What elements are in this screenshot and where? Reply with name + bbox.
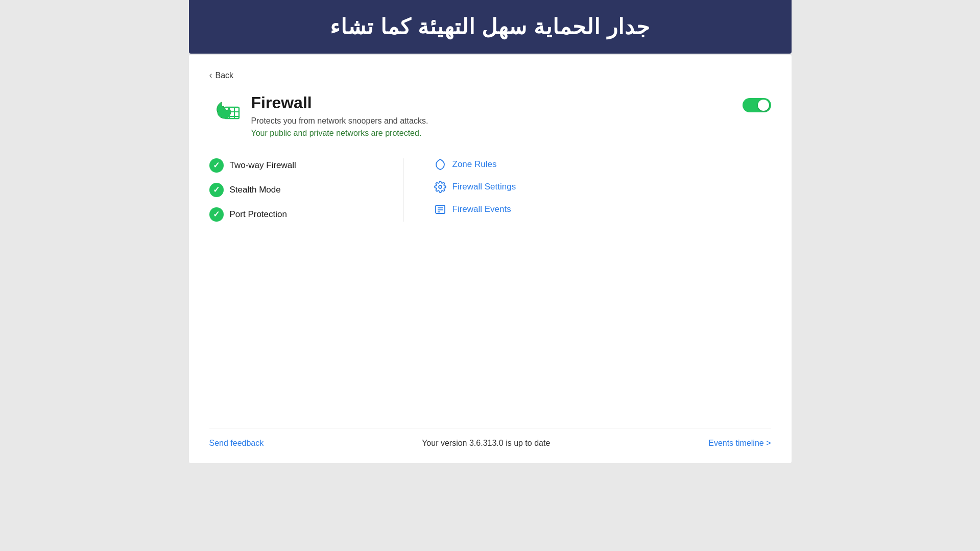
toggle-knob — [758, 100, 769, 111]
list-item: ✓ Port Protection — [209, 207, 372, 222]
check-circle-icon: ✓ — [209, 183, 224, 197]
firewall-status: Your public and private networks are pro… — [251, 129, 428, 138]
header-section: Firewall Protects you from network snoop… — [209, 93, 771, 138]
firewall-events-link[interactable]: Firewall Events — [434, 203, 516, 215]
banner-title: جدار الحماية سهل التهيئة كما تشاء — [199, 14, 781, 39]
firewall-toggle[interactable] — [743, 98, 771, 112]
back-button[interactable]: ‹ Back — [209, 70, 771, 81]
features-list: ✓ Two-way Firewall ✓ Stealth Mode ✓ Port… — [209, 158, 403, 222]
svg-point-5 — [439, 185, 442, 188]
firewall-icon — [209, 93, 242, 126]
events-timeline-link[interactable]: Events timeline > — [708, 439, 771, 448]
feature-label: Stealth Mode — [230, 185, 281, 195]
footer-bar: Send feedback Your version 3.6.313.0 is … — [209, 428, 771, 448]
zone-rules-link[interactable]: Zone Rules — [434, 158, 516, 171]
back-label: Back — [216, 71, 234, 80]
firewall-settings-label: Firewall Settings — [452, 182, 516, 192]
feature-label: Two-way Firewall — [230, 160, 296, 171]
header-text: Firewall Protects you from network snoop… — [251, 93, 428, 138]
version-text: Your version 3.6.313.0 is up to date — [422, 439, 550, 448]
firewall-title: Firewall — [251, 93, 428, 112]
back-chevron-icon: ‹ — [209, 70, 212, 81]
firewall-events-label: Firewall Events — [452, 204, 511, 214]
send-feedback-link[interactable]: Send feedback — [209, 439, 264, 448]
check-circle-icon: ✓ — [209, 158, 224, 173]
check-circle-icon: ✓ — [209, 207, 224, 222]
content-panel: ‹ Back — [189, 55, 792, 463]
features-links-section: ✓ Two-way Firewall ✓ Stealth Mode ✓ Port… — [209, 158, 771, 222]
header-left: Firewall Protects you from network snoop… — [209, 93, 428, 138]
firewall-description: Protects you from network snoopers and a… — [251, 116, 428, 126]
top-banner: جدار الحماية سهل التهيئة كما تشاء — [189, 0, 792, 54]
firewall-settings-link[interactable]: Firewall Settings — [434, 181, 516, 193]
zone-rules-label: Zone Rules — [452, 159, 497, 170]
links-list: Zone Rules Firewall Settings — [403, 158, 516, 222]
list-item: ✓ Two-way Firewall — [209, 158, 372, 173]
firewall-events-icon — [434, 203, 446, 215]
firewall-settings-icon — [434, 181, 446, 193]
zone-rules-icon — [434, 158, 446, 171]
feature-label: Port Protection — [230, 209, 287, 220]
list-item: ✓ Stealth Mode — [209, 183, 372, 197]
